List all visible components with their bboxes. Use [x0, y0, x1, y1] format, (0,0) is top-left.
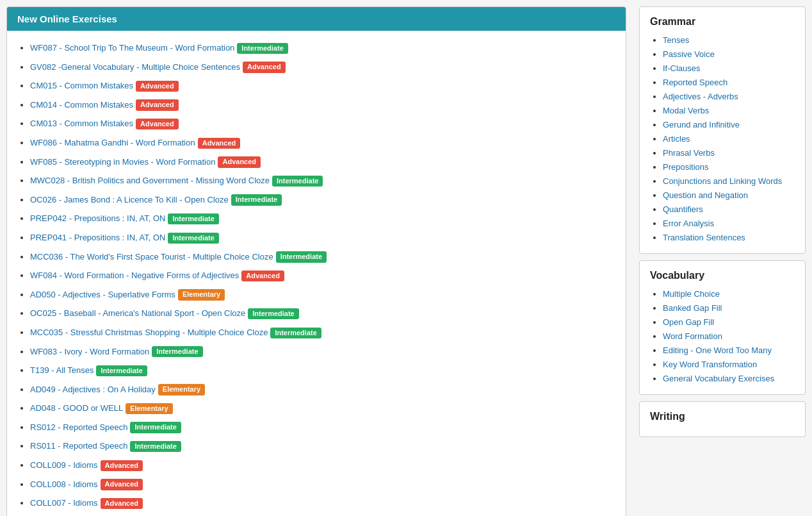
exercise-link[interactable]: GV082 -General Vocabulary - Multiple Cho… — [30, 62, 240, 72]
level-badge: Advanced — [101, 479, 143, 490]
writing-section: Writing — [639, 401, 806, 437]
exercise-link[interactable]: CM015 - Common Mistakes — [30, 81, 133, 90]
list-item: Prepositions — [663, 160, 795, 174]
exercise-link[interactable]: MCC035 - Stressful Christmas Shopping - … — [30, 328, 268, 337]
grammar-link[interactable]: Gerund and Infinitive — [663, 120, 740, 129]
vocabulary-list: Multiple ChoiceBanked Gap FillOpen Gap F… — [650, 287, 795, 385]
level-badge: Intermediate — [248, 308, 298, 319]
level-badge: Advanced — [101, 498, 143, 509]
exercises-title: New Online Exercises — [17, 13, 117, 24]
exercise-link[interactable]: WF086 - Mahatma Gandhi - Word Formation — [30, 138, 195, 147]
grammar-link[interactable]: If-Clauses — [663, 63, 701, 73]
exercise-link[interactable]: PREP042 - Prepositions : IN, AT, ON — [30, 213, 165, 223]
exercises-box: New Online Exercises WF087 - School Trip… — [6, 6, 626, 516]
list-item: Banked Gap Fill — [663, 301, 795, 315]
exercise-link[interactable]: AD048 - GOOD or WELL — [30, 403, 123, 413]
list-item: WF083 - Ivory - Word FormationIntermedia… — [30, 342, 615, 362]
level-badge: Intermediate — [270, 328, 321, 338]
level-badge: Intermediate — [168, 213, 218, 224]
list-item: Word Formation — [663, 329, 795, 343]
list-item: PREP041 - Prepositions : IN, AT, ONInter… — [30, 228, 615, 247]
list-item: Editing - One Word Too Many — [663, 343, 795, 357]
grammar-link[interactable]: Adjectives - Adverbs — [663, 92, 738, 101]
list-item: GV082 -General Vocabulary - Multiple Cho… — [30, 58, 615, 77]
grammar-link[interactable]: Phrasal Verbs — [663, 148, 715, 158]
list-item: Question and Negation — [663, 188, 795, 202]
list-item: OC026 - James Bond : A Licence To Kill -… — [30, 190, 615, 210]
vocabulary-link[interactable]: Banked Gap Fill — [663, 303, 722, 313]
list-item: MWC028 - British Politics and Government… — [30, 171, 615, 190]
grammar-link[interactable]: Passive Voice — [663, 49, 715, 59]
grammar-list: TensesPassive VoiceIf-ClausesReported Sp… — [650, 33, 795, 244]
level-badge: Advanced — [241, 270, 284, 281]
main-content: New Online Exercises WF087 - School Trip… — [6, 6, 626, 516]
list-item: MCC036 - The World's First Space Tourist… — [30, 247, 615, 267]
list-item: PREP042 - Prepositions : IN, AT, ONInter… — [30, 209, 615, 228]
grammar-link[interactable]: Conjunctions and Linking Words — [663, 176, 782, 186]
level-badge: Intermediate — [96, 365, 147, 376]
level-badge: Advanced — [101, 460, 143, 471]
level-badge: Advanced — [136, 119, 179, 129]
vocabulary-link[interactable]: Editing - One Word Too Many — [663, 345, 772, 355]
list-item: RS011 - Reported SpeechIntermediate — [30, 437, 615, 456]
grammar-link[interactable]: Reported Speech — [663, 78, 727, 87]
vocabulary-title: Vocabulary — [650, 270, 795, 281]
list-item: COLL009 - IdiomsAdvanced — [30, 456, 615, 475]
exercise-link[interactable]: WF084 - Word Formation - Negative Forms … — [30, 270, 239, 280]
exercise-link[interactable]: AD049 - Adjectives : On A Holiday — [30, 385, 156, 394]
list-item: OC025 - Baseball - America's National Sp… — [30, 304, 615, 323]
level-badge: Elementary — [178, 289, 225, 300]
list-item: Passive Voice — [663, 47, 795, 61]
level-badge: Elementary — [158, 384, 205, 395]
list-item: Tenses — [663, 33, 795, 47]
exercise-link[interactable]: COLL007 - Idioms — [30, 498, 98, 508]
vocabulary-link[interactable]: Key Word Transformation — [663, 360, 757, 369]
exercise-link[interactable]: MCC036 - The World's First Space Tourist… — [30, 252, 273, 262]
exercise-link[interactable]: COLL009 - Idioms — [30, 460, 98, 470]
level-badge: Advanced — [218, 156, 261, 167]
grammar-link[interactable]: Tenses — [663, 35, 689, 45]
exercise-link[interactable]: RS011 - Reported Speech — [30, 441, 127, 451]
grammar-link[interactable]: Quantifiers — [663, 204, 703, 214]
grammar-link[interactable]: Prepositions — [663, 162, 709, 172]
exercise-link[interactable]: WF087 - School Trip To The Museum - Word… — [30, 43, 234, 53]
grammar-link[interactable]: Translation Sentences — [663, 233, 745, 242]
level-badge: Intermediate — [231, 194, 282, 205]
vocabulary-link[interactable]: Word Formation — [663, 331, 722, 341]
vocabulary-link[interactable]: Multiple Choice — [663, 289, 720, 299]
grammar-link[interactable]: Question and Negation — [663, 190, 748, 200]
list-item: Reported Speech — [663, 75, 795, 89]
level-badge: Intermediate — [130, 422, 181, 433]
exercise-link[interactable]: AD050 - Adjectives - Superlative Forms — [30, 290, 175, 299]
level-badge: Intermediate — [276, 251, 327, 262]
exercise-link[interactable]: CM014 - Common Mistakes — [30, 100, 133, 110]
exercise-link[interactable]: T139 - All Tenses — [30, 365, 93, 375]
exercise-link[interactable]: OC026 - James Bond : A Licence To Kill -… — [30, 195, 229, 204]
exercise-link[interactable]: OC025 - Baseball - America's National Sp… — [30, 308, 245, 318]
list-item: WF084 - Word Formation - Negative Forms … — [30, 266, 615, 285]
exercise-link[interactable]: CM013 - Common Mistakes — [30, 119, 133, 128]
list-item: Open Gap Fill — [663, 315, 795, 329]
grammar-link[interactable]: Error Analysis — [663, 219, 714, 228]
list-item: CM015 - Common MistakesAdvanced — [30, 76, 615, 96]
list-item: Error Analysis — [663, 216, 795, 230]
list-item: AD049 - Adjectives : On A HolidayElement… — [30, 380, 615, 399]
level-badge: Intermediate — [237, 43, 288, 54]
grammar-link[interactable]: Articles — [663, 134, 690, 144]
exercise-link[interactable]: PREP041 - Prepositions : IN, AT, ON — [30, 233, 165, 242]
vocabulary-link[interactable]: Open Gap Fill — [663, 317, 714, 327]
list-item: WF086 - Mahatma Gandhi - Word FormationA… — [30, 133, 615, 153]
exercise-link[interactable]: RS012 - Reported Speech — [30, 422, 127, 432]
exercise-link[interactable]: MWC028 - British Politics and Government… — [30, 176, 270, 185]
list-item: CM013 - Common MistakesAdvanced — [30, 114, 615, 133]
list-item: If-Clauses — [663, 61, 795, 75]
list-item: Adjectives - Adverbs — [663, 89, 795, 103]
grammar-link[interactable]: Modal Verbs — [663, 106, 709, 115]
sidebar: Grammar TensesPassive VoiceIf-ClausesRep… — [639, 6, 806, 516]
vocabulary-link[interactable]: General Vocabulary Exercises — [663, 374, 774, 383]
list-item: COLL007 - IdiomsAdvanced — [30, 494, 615, 513]
exercise-link[interactable]: WF085 - Stereotyping in Movies - Word Fo… — [30, 157, 215, 167]
exercise-link[interactable]: COLL008 - Idioms — [30, 479, 98, 489]
list-item: RS012 - Reported SpeechIntermediate — [30, 418, 615, 437]
exercise-link[interactable]: WF083 - Ivory - Word Formation — [30, 347, 149, 356]
